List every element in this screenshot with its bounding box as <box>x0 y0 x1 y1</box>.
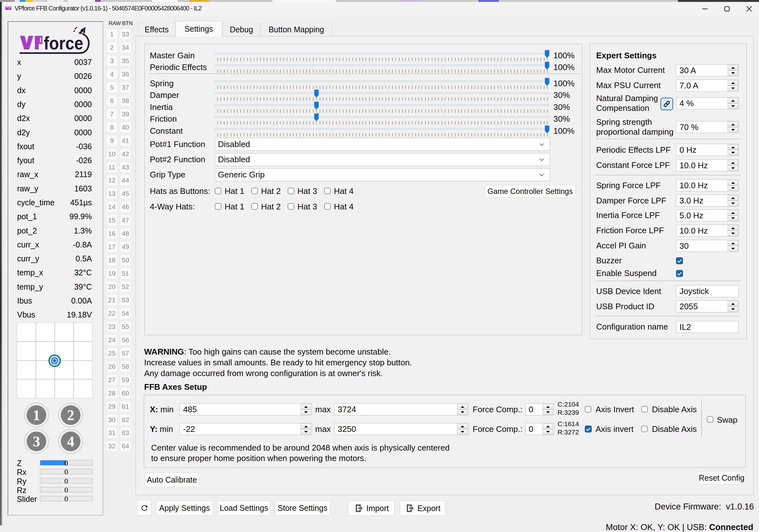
svg-text:force: force <box>44 33 83 53</box>
